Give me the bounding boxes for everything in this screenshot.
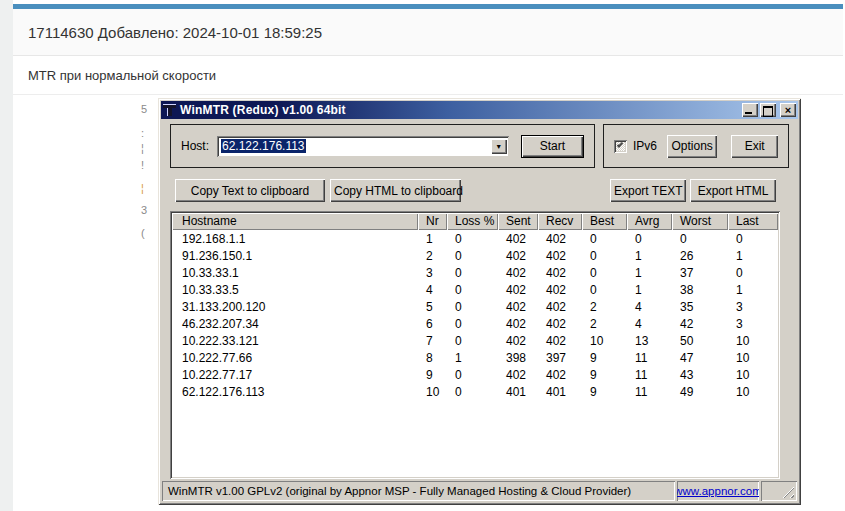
value-cell: 37: [672, 266, 728, 280]
table-body: 192.168.1.110402402000091.236.150.120402…: [172, 230, 778, 400]
hostname-cell: 10.222.33.121: [172, 334, 418, 348]
column-header-nr[interactable]: Nr: [418, 213, 447, 230]
value-cell: 402: [498, 283, 538, 297]
value-cell: 402: [498, 368, 538, 382]
column-header-best[interactable]: Best: [582, 213, 627, 230]
hostname-cell: 10.33.33.5: [172, 283, 418, 297]
value-cell: 401: [498, 385, 538, 399]
value-cell: 3: [728, 300, 778, 314]
table-row[interactable]: 10.222.77.17904024029114310: [172, 366, 778, 383]
background-text-fragment: ¦: [141, 182, 156, 194]
value-cell: 10: [418, 385, 447, 399]
background-text-fragment: 3: [141, 204, 156, 216]
table-row[interactable]: 192.168.1.1104024020000: [172, 230, 778, 247]
background-text-fragment: 5: [141, 103, 156, 115]
appnor-link[interactable]: www.appnor.com: [677, 485, 759, 497]
exit-button[interactable]: Exit: [731, 135, 778, 158]
value-cell: 0: [447, 368, 498, 382]
value-cell: 0: [728, 266, 778, 280]
value-cell: 0: [582, 249, 627, 263]
value-cell: 401: [538, 385, 582, 399]
minimize-button[interactable]: [742, 103, 758, 117]
check-icon: [617, 141, 623, 147]
value-cell: 2: [582, 317, 627, 331]
value-cell: 47: [672, 351, 728, 365]
column-header-last[interactable]: Last: [728, 213, 778, 230]
column-header-avrg[interactable]: Avrg: [627, 213, 672, 230]
copy-text-button[interactable]: Copy Text to clipboard: [175, 179, 325, 202]
value-cell: 0: [582, 232, 627, 246]
value-cell: 2: [582, 300, 627, 314]
winmtr-app-icon[interactable]: [163, 103, 177, 117]
value-cell: 10: [728, 385, 778, 399]
ipv6-checkbox[interactable]: [614, 140, 627, 153]
table-row[interactable]: 62.122.176.1131004014019114910: [172, 383, 778, 400]
value-cell: 43: [672, 368, 728, 382]
value-cell: 1: [728, 249, 778, 263]
host-combobox[interactable]: 62.122.176.113 ▼: [217, 136, 509, 157]
value-cell: 3: [418, 266, 447, 280]
column-header-sent[interactable]: Sent: [498, 213, 538, 230]
start-button[interactable]: Start: [521, 135, 584, 158]
post-title: 17114630 Добавлено: 2024-10-01 18:59:25: [28, 24, 322, 41]
table-row[interactable]: 10.33.33.13040240201370: [172, 264, 778, 281]
column-header-worst[interactable]: Worst: [672, 213, 728, 230]
hostname-cell: 46.232.207.34: [172, 317, 418, 331]
value-cell: 402: [538, 300, 582, 314]
maximize-button[interactable]: [760, 103, 776, 117]
close-button[interactable]: ×: [780, 103, 796, 117]
value-cell: 1: [447, 351, 498, 365]
hostname-cell: 10.222.77.17: [172, 368, 418, 382]
combo-dropdown-icon[interactable]: ▼: [491, 139, 507, 154]
table-row[interactable]: 46.232.207.346040240224423: [172, 315, 778, 332]
post-subtitle-row: MTR при нормальной скорости: [13, 57, 843, 95]
value-cell: 10: [728, 368, 778, 382]
resize-grip-icon[interactable]: [761, 481, 797, 501]
value-cell: 35: [672, 300, 728, 314]
value-cell: 402: [538, 232, 582, 246]
export-text-button[interactable]: Export TEXT: [610, 179, 686, 202]
table-header-row: HostnameNrLoss %SentRecvBestAvrgWorstLas…: [172, 213, 778, 230]
options-button[interactable]: Options: [667, 135, 717, 158]
value-cell: 10: [728, 351, 778, 365]
value-cell: 9: [582, 385, 627, 399]
ipv6-label[interactable]: IPv6: [633, 139, 657, 153]
value-cell: 8: [418, 351, 447, 365]
hops-table: HostnameNrLoss %SentRecvBestAvrgWorstLas…: [170, 211, 780, 479]
value-cell: 9: [582, 351, 627, 365]
value-cell: 1: [728, 283, 778, 297]
column-header-loss[interactable]: Loss %: [447, 213, 498, 230]
column-header-hostname[interactable]: Hostname: [172, 213, 418, 230]
background-text-fragment: :: [141, 127, 156, 139]
options-group: IPv6 Options Exit: [603, 124, 789, 168]
background-text-fragment: (: [141, 227, 156, 239]
background-text-fragment: ¦: [141, 142, 156, 154]
value-cell: 402: [498, 232, 538, 246]
value-cell: 402: [538, 283, 582, 297]
value-cell: 9: [418, 368, 447, 382]
table-row[interactable]: 31.133.200.1205040240224353: [172, 298, 778, 315]
table-row[interactable]: 10.222.33.1217040240210135010: [172, 332, 778, 349]
value-cell: 10: [728, 334, 778, 348]
post-subtitle-text: MTR при нормальной скорости: [28, 68, 216, 83]
host-label: Host:: [181, 139, 209, 153]
window-titlebar[interactable]: WinMTR (Redux) v1.00 64bit ×: [161, 101, 798, 119]
value-cell: 402: [498, 317, 538, 331]
value-cell: 7: [418, 334, 447, 348]
value-cell: 3: [728, 317, 778, 331]
value-cell: 0: [582, 283, 627, 297]
value-cell: 402: [498, 249, 538, 263]
copy-html-button[interactable]: Copy HTML to clipboard: [330, 179, 461, 202]
column-header-recv[interactable]: Recv: [538, 213, 582, 230]
table-row[interactable]: 10.33.33.54040240201381: [172, 281, 778, 298]
value-cell: 4: [627, 317, 672, 331]
table-row[interactable]: 91.236.150.12040240201261: [172, 247, 778, 264]
value-cell: 1: [627, 266, 672, 280]
hostname-cell: 10.33.33.1: [172, 266, 418, 280]
table-row[interactable]: 10.222.77.66813983979114710: [172, 349, 778, 366]
value-cell: 5: [418, 300, 447, 314]
status-text: WinMTR v1.00 GPLv2 (original by Appnor M…: [162, 481, 675, 501]
export-html-button[interactable]: Export HTML: [690, 179, 776, 202]
hostname-cell: 91.236.150.1: [172, 249, 418, 263]
value-cell: 1: [627, 283, 672, 297]
